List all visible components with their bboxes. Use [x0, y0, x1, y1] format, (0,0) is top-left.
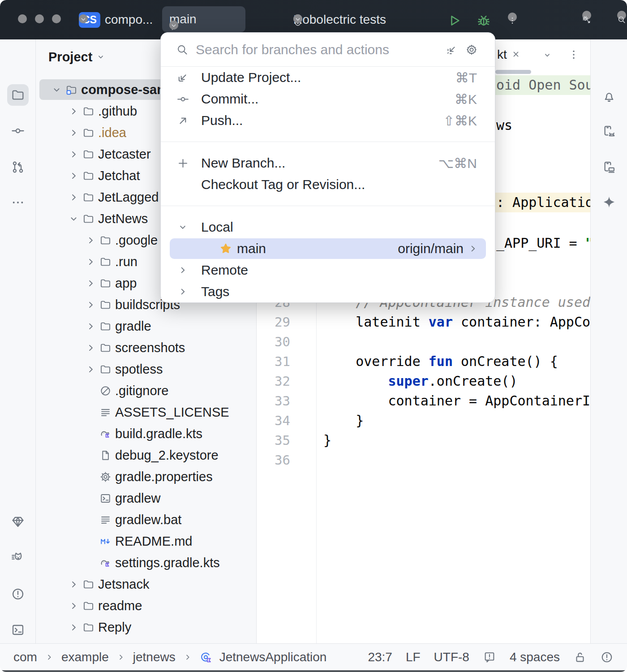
tree-item-.gitignore[interactable]: .gitignore: [36, 380, 256, 401]
menu-item-new-branch[interactable]: New Branch...⌥⌘N: [161, 152, 495, 174]
sparkle-icon: [602, 195, 616, 209]
folder-icon: [82, 148, 94, 160]
running-devices-button[interactable]: [598, 156, 620, 178]
tree-item-gradle[interactable]: gradle: [36, 315, 256, 337]
close-window-button[interactable]: [18, 14, 27, 23]
code-line-32[interactable]: 32 super.onCreate(): [257, 371, 590, 391]
inspection-widget-icon[interactable]: [483, 650, 496, 664]
caret-position[interactable]: 23:7: [368, 650, 392, 664]
tree-item-screenshots[interactable]: screenshots: [36, 337, 256, 358]
tree-item-readme[interactable]: readme: [36, 595, 256, 616]
tree-item-assets_license[interactable]: ASSETS_LICENSE: [36, 401, 256, 423]
commit-tool-button[interactable]: [7, 120, 29, 142]
branch-item-main[interactable]: mainorigin/main: [170, 238, 486, 259]
tree-item-gradlew[interactable]: gradlew: [36, 487, 256, 509]
tree-item-label: compose-san: [81, 82, 165, 97]
tab-scrollbar-thumb[interactable]: [495, 70, 531, 74]
error-circle-icon[interactable]: [600, 650, 614, 664]
tree-item-settings.gradle.kts[interactable]: settings.gradle.kts: [36, 552, 256, 573]
open-in-tool-window-icon[interactable]: [446, 43, 458, 56]
code-viewport[interactable]: 28 // AppContainer instance used by th29…: [257, 293, 590, 470]
section-remote[interactable]: Remote: [161, 259, 495, 281]
menu-item-label: Push...: [201, 113, 243, 128]
section-label: Remote: [201, 263, 248, 278]
search-icon: [176, 43, 189, 56]
tree-item-readme.md[interactable]: README.md: [36, 530, 256, 552]
more-tools-button[interactable]: [7, 192, 29, 213]
project-tool-button[interactable]: [7, 84, 29, 106]
code-line-35[interactable]: 35}: [257, 431, 590, 450]
breadcrumb-jetnews[interactable]: jetnews: [133, 650, 176, 664]
shell-script-icon: [99, 492, 112, 504]
breadcrumb-class[interactable]: JetnewsApplication: [219, 650, 327, 664]
gemini-button[interactable]: [598, 191, 620, 213]
tree-item-label: gradlew.bat: [115, 513, 181, 527]
folder-icon: [82, 170, 94, 182]
minimize-window-button[interactable]: [35, 14, 44, 23]
breadcrumb-com[interactable]: com: [13, 650, 37, 664]
run-button[interactable]: [446, 13, 462, 29]
pull-requests-tool-button[interactable]: [7, 156, 29, 178]
tab-list-chevron-icon[interactable]: [542, 50, 552, 60]
indent-setting[interactable]: 4 spaces: [510, 650, 560, 664]
menu-item-push[interactable]: Push...⇧⌘K: [161, 110, 495, 131]
project-view-selector[interactable]: Project: [48, 46, 106, 68]
tree-item-spotless[interactable]: spotless: [36, 358, 256, 380]
code-text: }: [323, 431, 331, 450]
code-line-34[interactable]: 34 }: [257, 411, 590, 431]
terminal-tool-button[interactable]: [7, 619, 29, 641]
search-everywhere-button[interactable]: [617, 11, 626, 20]
chevron-right-icon: [67, 578, 80, 590]
git-branch-button[interactable]: main: [162, 6, 245, 32]
pull-request-icon: [11, 160, 25, 174]
search-input[interactable]: Search for branches and actions: [196, 42, 389, 57]
editor-options-icon[interactable]: [567, 48, 580, 61]
folder-icon: [82, 127, 94, 139]
notifications-button[interactable]: [598, 86, 620, 107]
more-actions-button[interactable]: [508, 13, 517, 22]
menu-item-checkout-tag-or-revision[interactable]: Checkout Tag or Revision...: [161, 174, 495, 195]
tree-item-gradle.properties[interactable]: gradle.properties: [36, 466, 256, 487]
window-bottom-edge: [0, 670, 627, 672]
code-text: override fun onCreate() {: [323, 352, 558, 371]
project-name: compo...: [105, 13, 153, 27]
debug-button[interactable]: [476, 13, 492, 29]
gradle-kts-icon: [99, 428, 112, 440]
code-line-33[interactable]: 33 container = AppContainerImpl(th: [257, 391, 590, 411]
tree-item-build.gradle.kts[interactable]: build.gradle.kts: [36, 423, 256, 444]
tree-item-reply[interactable]: Reply: [36, 616, 256, 638]
menu-item-update-project[interactable]: Update Project...⌘T: [161, 67, 495, 88]
bell-icon: [602, 89, 616, 103]
section-local[interactable]: Local: [161, 216, 495, 238]
code-line-31[interactable]: 31 override fun onCreate() {: [257, 352, 590, 371]
app-quality-insights-button[interactable]: [7, 511, 29, 533]
commit-icon: [176, 93, 189, 106]
breadcrumbs: comexamplejetnewsJetnewsApplication: [13, 650, 326, 664]
close-tab-icon[interactable]: [511, 49, 521, 59]
editor-tab[interactable]: kt: [497, 47, 507, 62]
project-selector[interactable]: CS compo...: [79, 0, 153, 39]
tree-item-debug_2.keystore[interactable]: debug_2.keystore: [36, 444, 256, 466]
section-tags[interactable]: Tags: [161, 281, 495, 302]
tree-item-jetsnack[interactable]: Jetsnack: [36, 573, 256, 595]
code-line-36[interactable]: 36: [257, 450, 590, 470]
line-separator[interactable]: LF: [406, 650, 421, 664]
right-tool-stripe: [590, 39, 627, 643]
code-line-30[interactable]: 30: [257, 332, 590, 352]
file-encoding[interactable]: UTF-8: [434, 650, 469, 664]
tree-item[interactable]: [36, 638, 256, 643]
tree-item-gradlew.bat[interactable]: gradlew.bat: [36, 509, 256, 530]
menu-item-commit[interactable]: Commit...⌘K: [161, 88, 495, 110]
unlocked-icon[interactable]: [573, 650, 587, 664]
alert-circle-icon: [11, 587, 25, 601]
code-line-29[interactable]: 29 lateinit var container: AppContaine: [257, 312, 590, 332]
zoom-window-button[interactable]: [52, 14, 61, 23]
profiler-button[interactable]: [582, 11, 591, 20]
gear-icon[interactable]: [465, 43, 478, 56]
chevron-down-icon: [96, 52, 106, 62]
chevron-right-icon: [84, 320, 97, 332]
device-manager-button[interactable]: [598, 121, 620, 142]
problems-tool-button[interactable]: [7, 583, 29, 605]
breadcrumb-example[interactable]: example: [61, 650, 109, 664]
logcat-tool-button[interactable]: [7, 547, 29, 569]
